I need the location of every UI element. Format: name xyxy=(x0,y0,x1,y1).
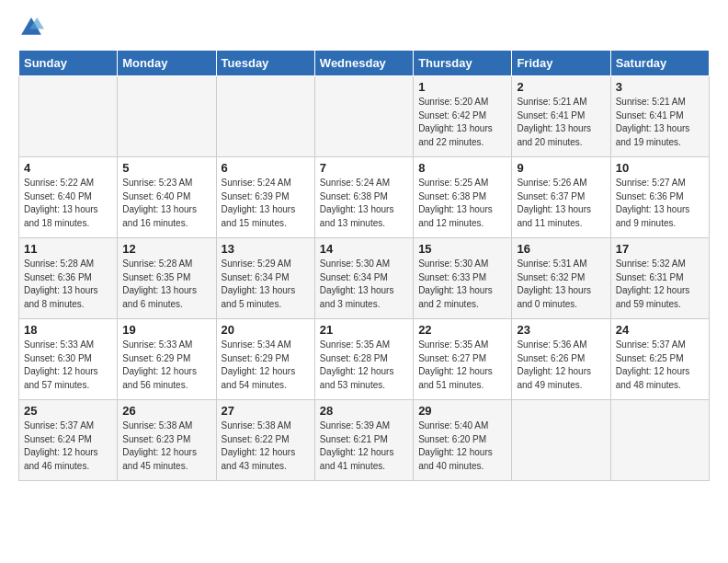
cell-info: Sunrise: 5:40 AM Sunset: 6:20 PM Dayligh… xyxy=(418,419,506,473)
calendar-cell xyxy=(512,400,610,481)
cell-info: Sunrise: 5:37 AM Sunset: 6:24 PM Dayligh… xyxy=(24,419,112,473)
cell-info: Sunrise: 5:35 AM Sunset: 6:27 PM Dayligh… xyxy=(418,339,506,392)
day-number: 19 xyxy=(122,323,210,337)
cell-info: Sunrise: 5:31 AM Sunset: 6:32 PM Dayligh… xyxy=(517,258,605,311)
day-number: 17 xyxy=(616,242,704,256)
header-cell-thursday: Thursday xyxy=(414,51,512,76)
calendar-cell: 8Sunrise: 5:25 AM Sunset: 6:38 PM Daylig… xyxy=(414,157,512,238)
calendar-cell: 29Sunrise: 5:40 AM Sunset: 6:20 PM Dayli… xyxy=(414,400,512,481)
calendar-cell: 13Sunrise: 5:29 AM Sunset: 6:34 PM Dayli… xyxy=(216,238,314,319)
cell-info: Sunrise: 5:22 AM Sunset: 6:40 PM Dayligh… xyxy=(24,177,112,230)
calendar-cell: 10Sunrise: 5:27 AM Sunset: 6:36 PM Dayli… xyxy=(610,157,709,238)
calendar-cell: 28Sunrise: 5:39 AM Sunset: 6:21 PM Dayli… xyxy=(314,400,413,481)
logo xyxy=(18,15,48,40)
header xyxy=(18,15,710,40)
calendar-cell: 1Sunrise: 5:20 AM Sunset: 6:42 PM Daylig… xyxy=(414,76,512,157)
cell-info: Sunrise: 5:23 AM Sunset: 6:40 PM Dayligh… xyxy=(122,177,210,230)
cell-info: Sunrise: 5:37 AM Sunset: 6:25 PM Dayligh… xyxy=(616,339,704,392)
day-number: 27 xyxy=(222,404,310,418)
cell-info: Sunrise: 5:27 AM Sunset: 6:36 PM Dayligh… xyxy=(616,177,704,230)
cell-info: Sunrise: 5:32 AM Sunset: 6:31 PM Dayligh… xyxy=(616,258,704,311)
calendar-cell: 7Sunrise: 5:24 AM Sunset: 6:38 PM Daylig… xyxy=(314,157,413,238)
day-number: 5 xyxy=(122,161,210,175)
day-number: 4 xyxy=(24,161,112,175)
day-number: 15 xyxy=(418,242,506,256)
week-row-3: 11Sunrise: 5:28 AM Sunset: 6:36 PM Dayli… xyxy=(19,238,710,319)
calendar-cell: 19Sunrise: 5:33 AM Sunset: 6:29 PM Dayli… xyxy=(118,319,216,400)
week-row-1: 1Sunrise: 5:20 AM Sunset: 6:42 PM Daylig… xyxy=(19,76,710,157)
day-number: 16 xyxy=(517,242,605,256)
cell-info: Sunrise: 5:35 AM Sunset: 6:28 PM Dayligh… xyxy=(320,339,408,392)
week-row-4: 18Sunrise: 5:33 AM Sunset: 6:30 PM Dayli… xyxy=(19,319,710,400)
calendar-cell: 22Sunrise: 5:35 AM Sunset: 6:27 PM Dayli… xyxy=(414,319,512,400)
calendar-cell: 14Sunrise: 5:30 AM Sunset: 6:34 PM Dayli… xyxy=(314,238,413,319)
calendar-cell: 9Sunrise: 5:26 AM Sunset: 6:37 PM Daylig… xyxy=(512,157,610,238)
day-number: 26 xyxy=(122,404,210,418)
cell-info: Sunrise: 5:34 AM Sunset: 6:29 PM Dayligh… xyxy=(222,339,310,392)
day-number: 3 xyxy=(616,80,704,94)
header-row: SundayMondayTuesdayWednesdayThursdayFrid… xyxy=(19,51,710,76)
day-number: 18 xyxy=(24,323,112,337)
calendar-cell: 21Sunrise: 5:35 AM Sunset: 6:28 PM Dayli… xyxy=(314,319,413,400)
cell-info: Sunrise: 5:30 AM Sunset: 6:34 PM Dayligh… xyxy=(320,258,408,311)
calendar-cell: 18Sunrise: 5:33 AM Sunset: 6:30 PM Dayli… xyxy=(19,319,118,400)
calendar-cell: 6Sunrise: 5:24 AM Sunset: 6:39 PM Daylig… xyxy=(216,157,314,238)
header-cell-sunday: Sunday xyxy=(19,51,118,76)
header-cell-tuesday: Tuesday xyxy=(216,51,314,76)
cell-info: Sunrise: 5:38 AM Sunset: 6:23 PM Dayligh… xyxy=(122,419,210,473)
calendar-cell xyxy=(19,76,118,157)
cell-info: Sunrise: 5:36 AM Sunset: 6:26 PM Dayligh… xyxy=(517,339,605,392)
cell-info: Sunrise: 5:38 AM Sunset: 6:22 PM Dayligh… xyxy=(222,419,310,473)
calendar-cell: 17Sunrise: 5:32 AM Sunset: 6:31 PM Dayli… xyxy=(610,238,709,319)
calendar-cell: 26Sunrise: 5:38 AM Sunset: 6:23 PM Dayli… xyxy=(118,400,216,481)
calendar-cell: 27Sunrise: 5:38 AM Sunset: 6:22 PM Dayli… xyxy=(216,400,314,481)
cell-info: Sunrise: 5:30 AM Sunset: 6:33 PM Dayligh… xyxy=(418,258,506,311)
cell-info: Sunrise: 5:28 AM Sunset: 6:36 PM Dayligh… xyxy=(24,258,112,311)
calendar-cell: 24Sunrise: 5:37 AM Sunset: 6:25 PM Dayli… xyxy=(610,319,709,400)
calendar-table: SundayMondayTuesdayWednesdayThursdayFrid… xyxy=(18,50,710,481)
calendar-cell: 25Sunrise: 5:37 AM Sunset: 6:24 PM Dayli… xyxy=(19,400,118,481)
calendar-cell xyxy=(216,76,314,157)
day-number: 12 xyxy=(122,242,210,256)
day-number: 6 xyxy=(222,161,310,175)
calendar-cell xyxy=(314,76,413,157)
cell-info: Sunrise: 5:33 AM Sunset: 6:30 PM Dayligh… xyxy=(24,339,112,392)
header-cell-monday: Monday xyxy=(118,51,216,76)
cell-info: Sunrise: 5:24 AM Sunset: 6:38 PM Dayligh… xyxy=(320,177,408,230)
cell-info: Sunrise: 5:33 AM Sunset: 6:29 PM Dayligh… xyxy=(122,339,210,392)
day-number: 10 xyxy=(616,161,704,175)
calendar-cell: 11Sunrise: 5:28 AM Sunset: 6:36 PM Dayli… xyxy=(19,238,118,319)
cell-info: Sunrise: 5:20 AM Sunset: 6:42 PM Dayligh… xyxy=(418,96,506,149)
day-number: 7 xyxy=(320,161,408,175)
calendar-cell: 12Sunrise: 5:28 AM Sunset: 6:35 PM Dayli… xyxy=(118,238,216,319)
calendar-cell: 16Sunrise: 5:31 AM Sunset: 6:32 PM Dayli… xyxy=(512,238,610,319)
header-cell-wednesday: Wednesday xyxy=(314,51,413,76)
calendar-cell: 15Sunrise: 5:30 AM Sunset: 6:33 PM Dayli… xyxy=(414,238,512,319)
calendar-cell xyxy=(610,400,709,481)
day-number: 11 xyxy=(24,242,112,256)
cell-info: Sunrise: 5:28 AM Sunset: 6:35 PM Dayligh… xyxy=(122,258,210,311)
cell-info: Sunrise: 5:26 AM Sunset: 6:37 PM Dayligh… xyxy=(517,177,605,230)
day-number: 23 xyxy=(517,323,605,337)
day-number: 28 xyxy=(320,404,408,418)
day-number: 14 xyxy=(320,242,408,256)
day-number: 25 xyxy=(24,404,112,418)
header-cell-saturday: Saturday xyxy=(610,51,709,76)
calendar-cell: 3Sunrise: 5:21 AM Sunset: 6:41 PM Daylig… xyxy=(610,76,709,157)
day-number: 29 xyxy=(418,404,506,418)
calendar-cell: 4Sunrise: 5:22 AM Sunset: 6:40 PM Daylig… xyxy=(19,157,118,238)
day-number: 1 xyxy=(418,80,506,94)
day-number: 13 xyxy=(222,242,310,256)
calendar-cell: 5Sunrise: 5:23 AM Sunset: 6:40 PM Daylig… xyxy=(118,157,216,238)
cell-info: Sunrise: 5:21 AM Sunset: 6:41 PM Dayligh… xyxy=(616,96,704,149)
week-row-2: 4Sunrise: 5:22 AM Sunset: 6:40 PM Daylig… xyxy=(19,157,710,238)
day-number: 9 xyxy=(517,161,605,175)
cell-info: Sunrise: 5:29 AM Sunset: 6:34 PM Dayligh… xyxy=(222,258,310,311)
calendar-cell: 23Sunrise: 5:36 AM Sunset: 6:26 PM Dayli… xyxy=(512,319,610,400)
day-number: 22 xyxy=(418,323,506,337)
day-number: 2 xyxy=(517,80,605,94)
day-number: 8 xyxy=(418,161,506,175)
day-number: 24 xyxy=(616,323,704,337)
cell-info: Sunrise: 5:21 AM Sunset: 6:41 PM Dayligh… xyxy=(517,96,605,149)
cell-info: Sunrise: 5:39 AM Sunset: 6:21 PM Dayligh… xyxy=(320,419,408,473)
